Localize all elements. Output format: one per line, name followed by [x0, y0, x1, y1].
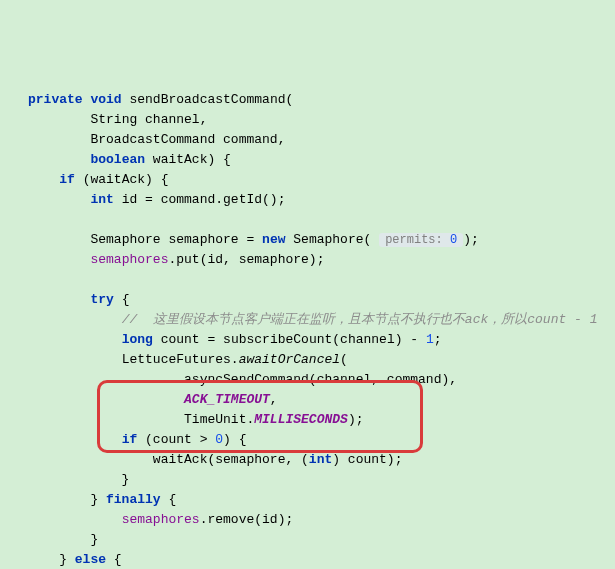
method-name: sendBroadcastCommand	[129, 92, 285, 107]
ack-timeout: ACK_TIMEOUT	[184, 392, 270, 407]
var-id: id	[122, 192, 138, 207]
await-method: awaitOrCancel	[239, 352, 340, 367]
keyword-private: private	[28, 92, 83, 107]
keyword-new: new	[262, 232, 285, 247]
keyword-void: void	[90, 92, 121, 107]
condition: (count >	[145, 432, 215, 447]
keyword-if: if	[59, 172, 75, 187]
field-semaphores: semaphores	[90, 252, 168, 267]
timeunit: TimeUnit.	[184, 412, 254, 427]
type-semaphore: Semaphore	[293, 232, 363, 247]
param-type: BroadcastCommand	[90, 132, 215, 147]
keyword-int: int	[90, 192, 113, 207]
param-name: channel	[145, 112, 200, 127]
getid-call: command.getId();	[161, 192, 286, 207]
keyword-if: if	[122, 432, 138, 447]
var-semaphore: semaphore	[168, 232, 238, 247]
waitack-tail: ) count);	[332, 452, 402, 467]
comment: // 这里假设本节点客户端正在监听，且本节点不执行也不ack，所以count -…	[122, 312, 598, 327]
type-semaphore: Semaphore	[90, 232, 160, 247]
keyword-finally: finally	[106, 492, 161, 507]
cast-int: int	[309, 452, 332, 467]
keyword-else: else	[75, 552, 106, 567]
param-name: command	[223, 132, 278, 147]
param-name: waitAck	[153, 152, 208, 167]
milliseconds: MILLISECONDS	[254, 412, 348, 427]
put-call: .put(id, semaphore);	[168, 252, 324, 267]
code-block: private void sendBroadcastCommand( Strin…	[28, 90, 605, 569]
keyword-try: try	[90, 292, 113, 307]
keyword-boolean: boolean	[90, 152, 145, 167]
num-zero: 0	[215, 432, 223, 447]
var-count: count	[161, 332, 200, 347]
waitack-call: waitAck(semaphore, (	[153, 452, 309, 467]
param-hint: permits: 0	[379, 233, 463, 247]
async-call: asyncSendCommand(channel, command),	[184, 372, 457, 387]
lettuce-class: LettuceFutures.	[122, 352, 239, 367]
keyword-long: long	[122, 332, 153, 347]
remove-call: .remove(id);	[200, 512, 294, 527]
num-one: 1	[426, 332, 434, 347]
param-type: String	[90, 112, 137, 127]
subscribe-call: subscribeCount(channel) -	[223, 332, 426, 347]
field-semaphores: semaphores	[122, 512, 200, 527]
